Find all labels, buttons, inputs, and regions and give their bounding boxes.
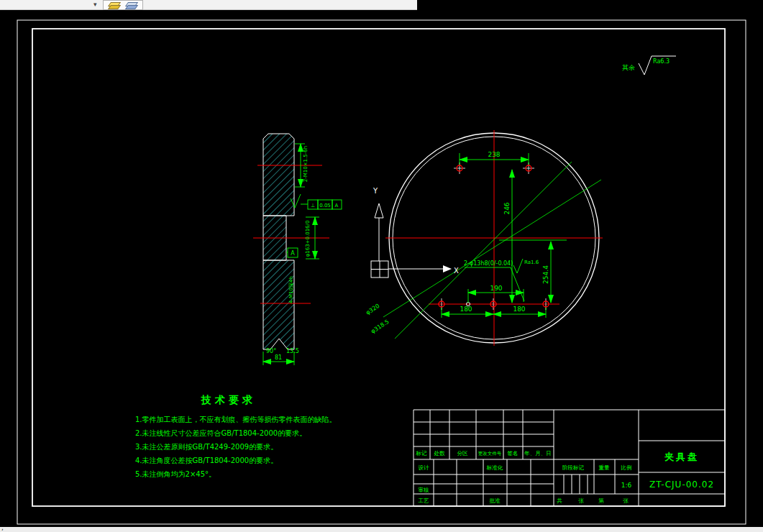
dim-238: 238 xyxy=(488,151,500,158)
ucs-x-label: X xyxy=(454,267,459,275)
tb-drawing-number: ZT-CJU-00.02 xyxy=(649,480,714,490)
dim-246: 246 xyxy=(503,202,511,214)
datum-label: A xyxy=(291,250,295,257)
title-block: 标记 处数 分区 更改文件号 签名 年、月、日 设计 标准化 审核 工艺 批准 … xyxy=(414,410,725,506)
sheet-border xyxy=(17,20,746,524)
circle-dimensions xyxy=(442,153,567,318)
tb-weight: 重量 xyxy=(599,464,611,471)
tech-req-item-5: 5.未注倒角均为2×45°。 xyxy=(135,467,344,481)
tolerance-frame: ⊥ 0.05 A xyxy=(308,200,342,209)
tb-header-zone: 分区 xyxy=(457,450,469,457)
tb-header-count: 处数 xyxy=(434,450,446,457)
tb-standardization: 标准化 xyxy=(486,464,503,471)
dia-318: φ318.5 xyxy=(370,318,390,335)
dim-254: 254.4 xyxy=(542,265,549,284)
section-view: ⊥ 0.05 A A 2-M10×1.5-6h φ163+0.016/0 4-M… xyxy=(253,134,342,365)
bore-note: φ163+0.016/0 xyxy=(305,221,311,257)
tb-design: 设计 xyxy=(419,464,430,471)
datum-box: A xyxy=(288,248,298,257)
tech-req-item-2: 2.未注线性尺寸公差应符合GB/T1804-2000的要求。 xyxy=(135,426,344,440)
thread-note-2: 4-M10深4h xyxy=(288,276,294,303)
tech-req-title: 技术要求 xyxy=(201,394,344,407)
command-prompt-text: , xyxy=(1,524,4,531)
tb-total-label: 共 xyxy=(557,497,562,504)
dim-angle: 90° xyxy=(266,348,276,354)
tb-scale-label: 比例 xyxy=(621,464,632,471)
tb-header-signature: 签名 xyxy=(508,450,518,457)
tb-process: 工艺 xyxy=(419,497,430,504)
tb-stage-mark: 阶段标记 xyxy=(562,464,585,471)
hole-roughness: Ra1.6 xyxy=(524,260,539,265)
dim-180-right: 180 xyxy=(513,306,525,313)
technical-requirements: 技术要求 1.零件加工表面上，不应有划痕、擦伤等损伤零件表面的缺陷。 2.未注线… xyxy=(135,394,344,481)
dim-180-left: 180 xyxy=(460,306,472,313)
dim-width: 81 xyxy=(275,354,282,361)
ucs-y-label: Y xyxy=(373,187,378,195)
cad-viewport[interactable]: 其余 Ra6.3 xyxy=(0,0,763,532)
section-lower-block xyxy=(263,260,294,349)
tb-header-date: 年、月、日 xyxy=(524,450,552,457)
tech-req-item-3: 3.未注公差原则按GB/T4249-2009的要求。 xyxy=(135,440,344,454)
circle-centerlines xyxy=(385,130,603,346)
section-upper-block xyxy=(263,134,294,216)
hole-note: 2-φ13h8(0/-0.04) xyxy=(464,260,513,267)
tech-req-item-4: 4.未注角度公差按GB/T1804-2000的要求。 xyxy=(135,454,344,467)
tb-header-mark: 标记 xyxy=(416,450,428,457)
dia-320: φ320 xyxy=(365,303,380,316)
dim-chamfer: 13.5 xyxy=(286,348,299,354)
tolerance-value: 0.05 xyxy=(319,203,331,208)
tb-page-label: 第 xyxy=(598,497,604,504)
surface-note-prefix: 其余 xyxy=(622,64,635,71)
tb-approve: 批准 xyxy=(490,497,501,504)
surface-roughness-note: 其余 Ra6.3 xyxy=(622,56,676,75)
dim-190: 190 xyxy=(490,285,502,292)
tolerance-symbol: ⊥ xyxy=(311,203,315,208)
status-bar xyxy=(0,527,763,532)
ucs-x-arrow-icon xyxy=(443,265,452,272)
tb-part-name: 夹具盘 xyxy=(664,451,699,462)
tb-page-label-2: 张 xyxy=(623,497,629,504)
tech-req-item-1: 1.零件加工表面上，不应有划痕、擦伤等损伤零件表面的缺陷。 xyxy=(135,413,344,426)
thread-note: 2-M10×1.5-6h xyxy=(303,146,309,182)
circle-view: 238 246 254.4 190 180 180 2-φ13h8(0/-0.0… xyxy=(365,130,603,346)
tb-header-docno: 更改文件号 xyxy=(478,451,502,457)
ucs-icon: Y X xyxy=(371,187,459,278)
tb-review: 审核 xyxy=(419,487,430,493)
tolerance-datum: A xyxy=(335,203,339,208)
surface-note-value: Ra6.3 xyxy=(653,58,670,65)
tb-sheet-label: 张 xyxy=(578,497,584,504)
tb-scale-value: 1:6 xyxy=(621,482,632,489)
